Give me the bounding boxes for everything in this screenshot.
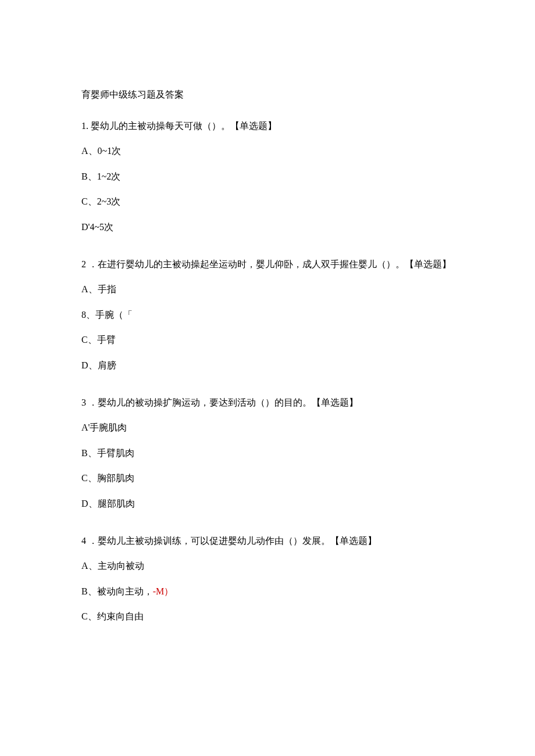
answer-option: A、手指 [81,282,454,297]
option-label: C、手臂 [81,335,116,345]
question-text: 4 ．婴幼儿主被动操训练，可以促进婴幼儿动作由（）发展。【单选题】 [81,533,454,549]
option-label: A、手指 [81,284,116,294]
option-label: D、肩膀 [81,360,116,370]
option-label: 8、手腕（「 [81,310,133,320]
option-label: D、腿部肌肉 [81,499,135,508]
question-text: 3 ．婴幼儿的被动操扩胸运动，要达到活动（）的目的。【单选题】 [81,395,454,410]
option-label: A、主动向被动 [81,561,144,571]
question-block: 3 ．婴幼儿的被动操扩胸运动，要达到活动（）的目的。【单选题】A'手腕肌肉B、手… [81,395,454,511]
option-label: D'4~5次 [81,222,113,232]
option-label: B、手臂肌肉 [81,448,134,458]
answer-option: D'4~5次 [81,220,454,235]
option-label: C、2~3次 [81,196,120,206]
question-block: 2 ．在进行婴幼儿的主被动操起坐运动时，婴儿仰卧，成人双手握住婴儿（）。【单选题… [81,257,454,373]
answer-option: C、约束向自由 [81,609,454,624]
answer-option: A、0~1次 [81,144,454,159]
answer-option: B、被动向主动，-M） [81,584,454,599]
answer-option: D、腿部肌肉 [81,496,454,511]
option-label: C、约束向自由 [81,611,144,621]
question-text: 1. 婴幼儿的主被动操每天可做（）。【单选题】 [81,119,454,134]
answer-option: C、2~3次 [81,194,454,209]
answer-option: C、胸部肌肉 [81,471,454,486]
answer-option: A'手腕肌肉 [81,420,454,435]
question-text: 2 ．在进行婴幼儿的主被动操起坐运动时，婴儿仰卧，成人双手握住婴儿（）。【单选题… [81,257,454,272]
question-block: 1. 婴幼儿的主被动操每天可做（）。【单选题】A、0~1次B、1~2次C、2~3… [81,119,454,235]
answer-option: B、1~2次 [81,169,454,184]
answer-option: C、手臂 [81,332,454,347]
answer-option: A、主动向被动 [81,558,454,574]
question-block: 4 ．婴幼儿主被动操训练，可以促进婴幼儿动作由（）发展。【单选题】A、主动向被动… [81,533,454,624]
answer-option: B、手臂肌肉 [81,446,454,461]
answer-option: D、肩膀 [81,358,454,373]
option-label: B、1~2次 [81,171,120,181]
option-label: B、被动向主动， [81,586,153,596]
option-label: A、0~1次 [81,146,121,156]
option-answer-marker: -M） [153,586,174,596]
option-label: C、胸部肌肉 [81,473,134,483]
answer-option: 8、手腕（「 [81,307,454,323]
option-label: A'手腕肌肉 [81,422,127,432]
document-title: 育婴师中级练习题及答案 [81,87,454,102]
